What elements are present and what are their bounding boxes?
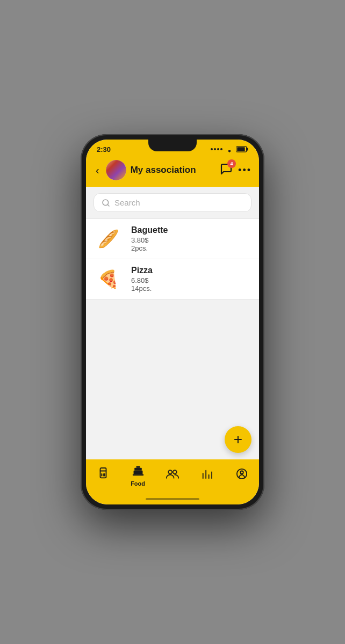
phone-screen: 2:30 ‹: [86, 140, 259, 504]
food-icon: [132, 464, 145, 479]
phone-frame: 2:30 ‹: [81, 134, 264, 510]
notch: [148, 140, 197, 151]
nav-item-account[interactable]: [228, 468, 255, 483]
search-icon: [102, 199, 110, 207]
home-indicator: [86, 494, 259, 504]
stats-icon: [201, 469, 213, 482]
list-item[interactable]: 🍕 Pizza 6.80$ 14pcs.: [86, 259, 259, 299]
svg-point-21: [240, 471, 243, 474]
baguette-name: Baguette: [131, 225, 251, 235]
pizza-info: Pizza 6.80$ 14pcs.: [131, 266, 251, 292]
nav-item-drink[interactable]: [90, 467, 117, 484]
header-actions: 4 •••: [220, 163, 251, 178]
svg-rect-13: [132, 474, 143, 476]
more-button[interactable]: •••: [238, 165, 251, 176]
status-icons: [211, 146, 248, 152]
nav-item-food[interactable]: Food: [125, 464, 152, 487]
pizza-name: Pizza: [131, 266, 251, 275]
content-area: Search 🥖 Baguette 3.80$ 2pcs. 🍕 Pizza: [86, 187, 259, 459]
svg-point-14: [168, 470, 172, 474]
baguette-qty: 2pcs.: [131, 244, 251, 252]
pizza-qty: 14pcs.: [131, 284, 251, 292]
header-title: My association: [131, 165, 215, 175]
svg-rect-12: [136, 466, 140, 467]
nav-item-stats[interactable]: [193, 469, 220, 482]
app-header: ‹ My association 4 •••: [86, 157, 259, 187]
svg-rect-2: [237, 147, 245, 151]
svg-point-15: [173, 470, 177, 474]
bottom-nav: Food: [86, 459, 259, 494]
wifi-icon: [225, 146, 234, 152]
avatar: [106, 160, 126, 180]
baguette-image: 🥖: [94, 228, 124, 250]
avatar-image: [106, 160, 126, 180]
search-placeholder: Search: [114, 198, 140, 207]
status-time: 2:30: [97, 145, 111, 153]
food-label: Food: [131, 480, 145, 487]
food-list: 🥖 Baguette 3.80$ 2pcs. 🍕 Pizza 6.80$ 14p…: [86, 218, 259, 299]
search-bar[interactable]: Search: [94, 193, 251, 212]
svg-line-4: [107, 204, 109, 206]
pizza-image: 🍕: [94, 268, 124, 290]
svg-rect-10: [133, 471, 142, 474]
svg-rect-11: [134, 468, 142, 471]
add-button[interactable]: +: [225, 426, 251, 453]
back-button[interactable]: ‹: [94, 163, 102, 178]
baguette-price: 3.80$: [131, 236, 251, 244]
home-bar: [146, 498, 199, 500]
pizza-price: 6.80$: [131, 276, 251, 284]
nav-item-people[interactable]: [159, 469, 186, 482]
notification-button[interactable]: 4: [220, 163, 233, 178]
people-icon: [166, 469, 179, 482]
signal-dot: [211, 148, 222, 150]
drink-icon: [97, 467, 109, 484]
list-item[interactable]: 🥖 Baguette 3.80$ 2pcs.: [86, 219, 259, 259]
baguette-info: Baguette 3.80$ 2pcs.: [131, 225, 251, 252]
account-icon: [236, 468, 248, 483]
battery-icon: [236, 146, 248, 152]
svg-rect-1: [247, 148, 248, 150]
notification-badge: 4: [227, 159, 236, 168]
